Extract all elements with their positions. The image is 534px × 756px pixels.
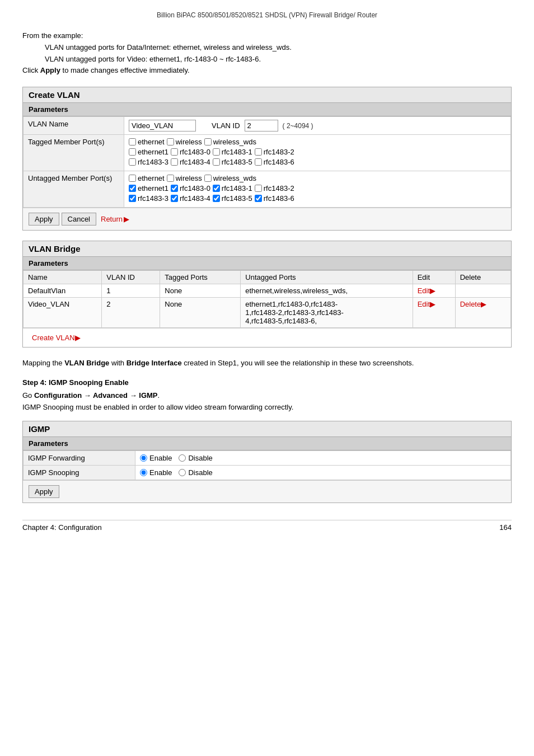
step4-go: Go Configuration → Advanced → IGMP. [22, 390, 512, 402]
vlan-id-input[interactable] [245, 120, 278, 132]
intro-line4: Click Apply to made changes effective im… [22, 65, 512, 77]
igmp-title: IGMP [23, 421, 511, 437]
row1-name: DefaultVlan [24, 284, 102, 298]
tagged-rfc3-cb[interactable] [129, 158, 136, 166]
untagged-rfc1483-4: rfc1483-4 [171, 194, 210, 203]
untagged-rfc0-cb[interactable] [171, 185, 178, 192]
igmp-forwarding-row: IGMP Forwarding Enable Disable [24, 451, 511, 466]
untagged-wireless-wds-cb[interactable] [204, 175, 212, 182]
create-vlan-arrow-icon: ▶ [75, 334, 81, 342]
igmp-forwarding-value: Enable Disable [135, 451, 511, 466]
untagged-rfc4-cb[interactable] [171, 195, 178, 202]
tagged-rfc1483-6: rfc1483-6 [255, 158, 294, 166]
apply-button[interactable]: Apply [29, 213, 59, 226]
igmp-snooping-enable-label: Enable [149, 468, 172, 477]
untagged-row2: ethernet1 rfc1483-0 rfc1483-1 rfc1483-2 [129, 184, 506, 192]
return-link[interactable]: Return ▶ [101, 215, 129, 223]
tagged-row3: rfc1483-3 rfc1483-4 rfc1483-5 rfc1483-6 [129, 158, 506, 166]
igmp-forwarding-disable-label: Disable [188, 454, 212, 462]
untagged-rfc5-cb[interactable] [213, 195, 220, 202]
create-vlan-link[interactable]: Create VLAN▶ [27, 331, 85, 345]
untagged-rfc1-cb[interactable] [213, 185, 220, 192]
return-label: Return [101, 215, 123, 223]
igmp-forwarding-disable: Disable [179, 454, 212, 462]
igmp-forwarding-radio-group: Enable Disable [140, 454, 506, 462]
footer-left: Chapter 4: Configuration [22, 523, 102, 532]
tagged-row2: ethernet1 rfc1483-0 rfc1483-1 rfc1483-2 [129, 148, 506, 156]
igmp-forwarding-label: IGMP Forwarding [24, 451, 135, 466]
tagged-wireless-cb[interactable] [167, 138, 174, 145]
igmp-forwarding-enable-radio[interactable] [140, 454, 147, 462]
row2-edit[interactable]: Edit▶ [413, 298, 455, 328]
col-edit: Edit [413, 271, 455, 284]
untagged-rfc3-cb[interactable] [129, 195, 136, 202]
row2-tagged: None [160, 298, 241, 328]
untagged-wireless: wireless [167, 174, 202, 182]
table-row: Video_VLAN 2 None ethernet1,rfc1483-0,rf… [24, 298, 511, 328]
tagged-ethernet-cb[interactable] [129, 138, 136, 145]
igmp-snooping-label: IGMP Snooping [24, 466, 135, 480]
untagged-rfc1483-6: rfc1483-6 [255, 194, 294, 203]
igmp-panel: IGMP Parameters IGMP Forwarding Enable D… [22, 421, 512, 503]
create-vlan-footer: Create VLAN▶ [23, 328, 511, 347]
intro-line1: From the example: [22, 30, 512, 42]
edit-link[interactable]: Edit▶ [418, 287, 451, 295]
igmp-snooping-enable-radio[interactable] [140, 469, 147, 476]
row2-vlanid: 2 [102, 298, 160, 328]
tagged-rfc1483-4: rfc1483-4 [171, 158, 210, 166]
untagged-ethernet-cb[interactable] [129, 175, 136, 182]
tagged-rfc4-cb[interactable] [171, 158, 178, 166]
untagged-value-cell: ethernet wireless wireless_wds ethernet1… [124, 171, 511, 208]
tagged-rfc1483-1: rfc1483-1 [213, 148, 252, 156]
igmp-snooping-row: IGMP Snooping Enable Disable [24, 466, 511, 480]
step4-header: Step 4: IGMP Snooping Enable [22, 377, 512, 389]
vlan-bridge-title: VLAN Bridge [23, 241, 511, 257]
igmp-snooping-enable: Enable [140, 468, 172, 477]
untagged-rfc1483-0: rfc1483-0 [171, 184, 210, 192]
step4-desc: IGMP Snooping must be enabled in order t… [22, 402, 512, 414]
untagged-label: Untagged Member Port(s) [24, 171, 124, 208]
intro-line3: VLAN untagged ports for Video: ethernet1… [45, 54, 512, 65]
edit-link-2[interactable]: Edit▶ [418, 300, 451, 308]
tagged-ethernet: ethernet [129, 138, 165, 146]
tagged-rfc1483-3: rfc1483-3 [129, 158, 168, 166]
untagged-rfc6-cb[interactable] [255, 195, 262, 202]
vlan-id-label: VLAN ID [212, 121, 240, 130]
row1-untagged: ethernet,wireless,wireless_wds, [241, 284, 413, 298]
col-name: Name [24, 271, 102, 284]
tagged-rfc5-cb[interactable] [213, 158, 220, 166]
igmp-snooping-disable-radio[interactable] [179, 469, 186, 476]
tagged-ports-row: Tagged Member Port(s) ethernet wireless … [24, 135, 511, 171]
vlan-bridge-params: Parameters [23, 257, 511, 270]
untagged-wireless-cb[interactable] [167, 175, 174, 182]
tagged-eth1-cb[interactable] [129, 148, 136, 156]
vlan-bridge-table: Name VLAN ID Tagged Ports Untagged Ports… [23, 270, 511, 328]
tagged-rfc0-cb[interactable] [171, 148, 178, 156]
vlan-name-label: VLAN Name [24, 117, 124, 135]
vlan-name-input[interactable] [129, 120, 196, 132]
igmp-apply-button[interactable]: Apply [29, 485, 59, 498]
col-tagged: Tagged Ports [160, 271, 241, 284]
tagged-row1: ethernet wireless wireless_wds [129, 138, 506, 146]
row2-delete[interactable]: Delete▶ [455, 298, 510, 328]
untagged-rfc1483-3: rfc1483-3 [129, 194, 168, 203]
create-vlan-buttons: Apply Cancel Return ▶ [23, 208, 511, 230]
igmp-snooping-value: Enable Disable [135, 466, 511, 480]
delete-link[interactable]: Delete▶ [460, 300, 506, 308]
untagged-rfc2-cb[interactable] [255, 185, 262, 192]
igmp-forwarding-disable-radio[interactable] [179, 454, 186, 462]
tagged-wireless-wds: wireless_wds [204, 138, 256, 146]
vlan-name-value-cell: VLAN ID ( 2~4094 ) [124, 117, 511, 135]
tagged-rfc6-cb[interactable] [255, 158, 262, 166]
igmp-params: Parameters [23, 437, 511, 450]
row1-edit[interactable]: Edit▶ [413, 284, 455, 298]
tagged-rfc2-cb[interactable] [255, 148, 262, 156]
vlan-bridge-header-row: Name VLAN ID Tagged Ports Untagged Ports… [24, 271, 511, 284]
tagged-rfc1-cb[interactable] [213, 148, 220, 156]
tagged-wireless-wds-cb[interactable] [204, 138, 212, 145]
cancel-button[interactable]: Cancel [62, 213, 96, 226]
untagged-eth1-cb[interactable] [129, 185, 136, 192]
return-arrow-icon: ▶ [124, 215, 129, 223]
untagged-ports-row: Untagged Member Port(s) ethernet wireles… [24, 171, 511, 208]
tagged-rfc1483-2: rfc1483-2 [255, 148, 294, 156]
